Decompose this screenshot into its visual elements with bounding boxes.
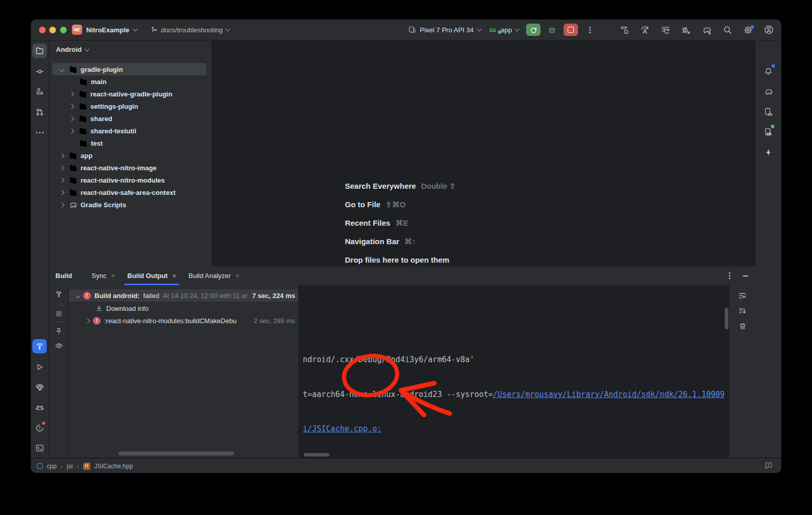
pull-requests-tool-button[interactable] (32, 105, 47, 119)
tree-row-test[interactable]: test (79, 137, 103, 149)
tree-row-main[interactable]: main (79, 75, 106, 88)
stop-build-button[interactable] (56, 311, 62, 316)
event-log-button[interactable] (764, 461, 773, 471)
folder-icon (35, 47, 44, 55)
view-options-button[interactable] (55, 342, 63, 351)
drop-files-hint: Drop files here to open them (345, 255, 449, 264)
tree-row-react-native-nitro-image[interactable]: react-native-nitro-image (60, 162, 157, 174)
gradle-tool-button[interactable] (761, 85, 776, 99)
stop-button[interactable] (564, 24, 578, 36)
shortcut-label: Go to File (345, 200, 380, 209)
terminal-icon (35, 444, 44, 452)
attach-debugger-button[interactable] (681, 25, 691, 35)
search-everywhere-button[interactable] (723, 25, 732, 35)
tab-build-analyzer[interactable]: Build Analyzer× (182, 266, 245, 285)
event-log-icon (764, 461, 773, 470)
tab-sync[interactable]: Sync× (86, 266, 122, 285)
shortcut-label: Recent Files (345, 219, 390, 227)
more-tools-button[interactable] (32, 125, 47, 140)
tree-row-gradle-plugin[interactable]: gradle-plugin (60, 63, 123, 75)
close-icon[interactable]: × (172, 272, 177, 279)
project-tool-button[interactable] (32, 44, 47, 58)
device-selector[interactable]: Pixel 7 Pro API 34 (408, 26, 481, 34)
library-module-icon (69, 188, 78, 197)
run-configuration-selector[interactable]: app (488, 26, 519, 34)
console-right-toolbar (729, 285, 756, 458)
device-manager-icon (764, 107, 773, 116)
divider (54, 322, 64, 322)
gradle-elephant-icon (764, 87, 774, 96)
more-actions-button[interactable] (589, 29, 591, 31)
tree-row-react-native-safe-area-context[interactable]: react-native-safe-area-context (60, 186, 176, 199)
profile-button[interactable] (764, 25, 774, 35)
close-window-button[interactable] (39, 27, 46, 33)
breadcrumb-jsi[interactable]: jsi (67, 463, 72, 470)
horizontal-scrollbar[interactable] (119, 451, 234, 455)
device-manager-button[interactable] (761, 105, 776, 119)
vertical-scrollbar[interactable] (725, 308, 728, 329)
task-row[interactable]: ! :react-native-nitro-modules:buildCMake… (86, 314, 295, 327)
attach-debugger-icon (681, 25, 691, 35)
pull-request-icon (35, 108, 44, 116)
logcat-tool-button[interactable] (32, 401, 47, 415)
run-tool-button[interactable] (32, 360, 47, 374)
tree-row-react-native-nitro-modules[interactable]: react-native-nitro-modules (60, 174, 165, 186)
project-name[interactable]: NitroExample (86, 26, 129, 34)
scroll-to-end-button[interactable] (738, 307, 747, 317)
tree-row-react-native-gradle-plugin[interactable]: react-native-gradle-plugin (70, 88, 172, 100)
file-link[interactable]: /Users/mrousavy/Library/Android/sdk/ndk/… (493, 390, 725, 399)
ai-assistant-button[interactable] (761, 145, 776, 160)
vcs-branch-widget[interactable]: docs/troubleshooting (150, 26, 229, 34)
build-root-row[interactable]: ! Build android: failed At 14.10.24, 12:… (76, 289, 295, 302)
tree-row-gradle-scripts[interactable]: Gradle Scripts (60, 199, 126, 211)
breadcrumb-cpp[interactable]: cpp (47, 463, 56, 470)
resource-manager-tool-button[interactable] (32, 84, 47, 98)
restart-build-button[interactable] (55, 290, 63, 300)
breadcrumb-file[interactable]: JSICache.hpp (94, 463, 133, 470)
build-tool-button[interactable] (32, 339, 47, 353)
zoom-window-button[interactable] (60, 27, 67, 33)
horizontal-scrollbar[interactable] (304, 453, 330, 457)
build-root-title: Build android: (94, 292, 140, 300)
play-icon (36, 363, 44, 371)
project-view-selector[interactable]: Android (56, 46, 89, 53)
tree-row-shared-testutil[interactable]: shared-testutil (70, 125, 137, 137)
gradle-sync-button[interactable] (702, 25, 712, 35)
right-tool-rail (755, 41, 781, 458)
breadcrumb: cpp › jsi › H JSICache.hpp (37, 463, 133, 470)
debug-button[interactable] (548, 26, 556, 34)
build-project-button[interactable] (620, 25, 629, 35)
pin-tab-button[interactable] (55, 327, 63, 336)
soft-wrap-button[interactable] (738, 291, 747, 302)
commit-tool-button[interactable] (32, 64, 47, 78)
build-options-button[interactable] (729, 275, 730, 276)
tree-row-shared[interactable]: shared (70, 112, 112, 125)
tree-row-app[interactable]: app (60, 149, 92, 162)
close-icon[interactable]: × (236, 272, 240, 279)
file-link[interactable]: i/JSICache.cpp.o: (303, 424, 382, 433)
gem-icon (35, 383, 44, 392)
apply-code-changes-button[interactable] (661, 25, 670, 35)
running-devices-button[interactable] (761, 125, 776, 139)
notifications-button[interactable] (761, 64, 776, 78)
terminal-tool-button[interactable] (32, 441, 47, 455)
search-icon (723, 25, 732, 35)
hide-tool-window-button[interactable] (743, 275, 748, 276)
app-quality-insights-tool-button[interactable] (32, 380, 47, 394)
scroll-to-end-icon (738, 307, 747, 315)
task-duration: 2 sec, 285 ms (254, 317, 295, 325)
minimize-window-button[interactable] (49, 27, 56, 33)
divider (54, 305, 64, 306)
editor-shortcut-hints: Search EverywhereDouble ⇧ Go to File⇧⌘O … (345, 182, 456, 274)
tree-row-settings-plugin[interactable]: settings-plugin (70, 100, 138, 112)
download-info-row[interactable]: Download info (95, 302, 148, 314)
apply-changes-button[interactable] (640, 25, 650, 35)
rerun-button[interactable] (526, 24, 540, 36)
tab-build-output[interactable]: Build Output× (121, 266, 182, 285)
error-icon: ! (83, 292, 91, 300)
settings-button[interactable] (743, 25, 753, 35)
problems-tool-button[interactable] (32, 421, 47, 435)
clear-console-button[interactable] (739, 322, 747, 332)
close-icon[interactable]: × (111, 272, 115, 279)
shortcut-label: Navigation Bar (345, 237, 399, 246)
